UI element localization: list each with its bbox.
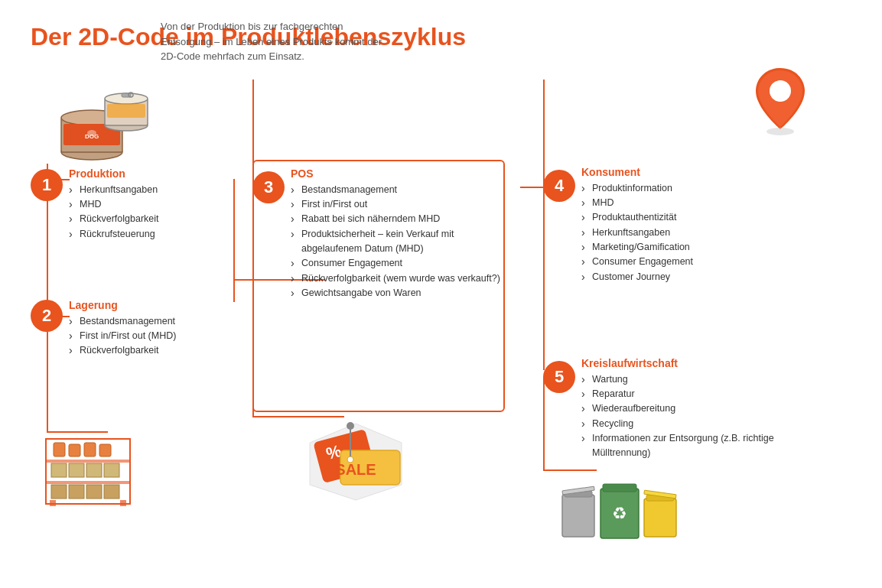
line-mid-h-bottom (252, 416, 344, 417)
svg-rect-26 (99, 444, 111, 456)
section1-list: Herkunftsangaben MHD Rückverfolgbarkeit … (69, 183, 233, 242)
food-illustration: DOG (50, 80, 157, 164)
step-5-circle: 5 (543, 361, 575, 393)
section4-title: Konsument (581, 166, 780, 178)
svg-text:♻: ♻ (612, 504, 627, 523)
right-v-top (543, 80, 545, 187)
line-v-2-down (47, 332, 48, 431)
list-item: Rückverfolgbarkeit (wem wurde was verkau… (291, 271, 513, 286)
svg-rect-18 (104, 485, 119, 499)
location-illustration (750, 64, 811, 133)
list-item: Produktsicherheit – kein Verkauf mit abg… (291, 227, 513, 257)
svg-rect-11 (107, 104, 145, 118)
line-v-mid-top (233, 179, 235, 280)
list-item: Herkunftsangaben (581, 226, 780, 240)
list-item: Recycling (581, 417, 780, 431)
svg-text:SALE: SALE (335, 461, 376, 478)
list-item: First in/First out (MHD) (69, 329, 233, 343)
main-title: Der 2D-Code im Produktlebenszyklus (31, 23, 851, 51)
section5-title: Kreislaufwirtschaft (581, 357, 780, 369)
list-item: Marketing/Gamification (581, 240, 780, 255)
sale-illustration: % SALE (298, 420, 413, 504)
section1-container: Produktion Herkunftsangaben MHD Rückverf… (69, 167, 233, 242)
sale-icon: % SALE (298, 420, 413, 504)
section1-title: Produktion (69, 167, 233, 180)
list-item: First in/First out (291, 197, 513, 212)
svg-point-36 (347, 422, 354, 430)
section5-container: Kreislaufwirtschaft Wartung Reparatur Wi… (581, 357, 780, 461)
list-item: MHD (581, 196, 780, 210)
step-2-circle: 2 (31, 300, 63, 332)
svg-rect-39 (562, 495, 594, 537)
svg-rect-15 (51, 485, 67, 499)
list-item: MHD (69, 197, 233, 212)
line-right-h-bins (543, 469, 597, 471)
list-item: Rückverfolgbarkeit (69, 343, 233, 358)
line-mid-v3 (252, 203, 254, 417)
bins-illustration: ♻ (558, 472, 681, 548)
svg-rect-42 (603, 484, 636, 492)
svg-rect-17 (86, 485, 102, 499)
location-icon (750, 64, 811, 137)
list-item: Rabatt bei sich näherndem MHD (291, 212, 513, 226)
content-area: DOG (31, 80, 851, 589)
line-v-1to2 (47, 202, 48, 301)
right-v-4to5 (543, 187, 545, 370)
col-mid: 3 POS Bestandsmanagement First in/First … (252, 80, 528, 589)
svg-rect-28 (120, 500, 126, 506)
list-item: Bestandsmanagement (69, 314, 233, 329)
svg-rect-13 (46, 460, 130, 463)
list-item: Rückverfolgbarkeit (69, 212, 233, 226)
svg-rect-16 (69, 485, 84, 499)
svg-point-37 (770, 80, 791, 102)
list-item: Bestandsmanagement (291, 183, 513, 197)
col-right: 4 Konsument Produktinformation MHD Produ… (543, 80, 819, 589)
list-item: Produktinformation (581, 181, 780, 196)
step-1-circle: 1 (31, 169, 63, 201)
list-item: Reparatur (581, 387, 780, 401)
section3-container: POS Bestandsmanagement First in/First ou… (291, 167, 513, 301)
list-item: Rückrufsteuerung (69, 227, 233, 242)
svg-rect-27 (50, 500, 56, 506)
svg-rect-19 (51, 463, 67, 477)
svg-rect-25 (84, 443, 96, 456)
line-h-l-extend (233, 279, 235, 302)
col-left: DOG (31, 80, 245, 589)
svg-rect-20 (69, 463, 84, 477)
food-icon: DOG (50, 80, 157, 164)
svg-rect-22 (104, 463, 119, 477)
step-3-circle: 3 (252, 171, 285, 203)
bins-icon: ♻ (558, 472, 681, 548)
section5-list: Wartung Reparatur Wiederaufbereitung Rec… (581, 372, 780, 461)
page: Der 2D-Code im Produktlebenszyklus Von d… (0, 0, 882, 588)
step-4-circle: 4 (543, 170, 575, 202)
svg-point-5 (87, 130, 96, 136)
shelf-icon (42, 435, 134, 508)
list-item: Consumer Engagement (581, 255, 780, 269)
list-item: Produktauthentizität (581, 210, 780, 225)
list-item: Herkunftsangaben (69, 183, 233, 197)
section3-title: POS (291, 167, 513, 180)
list-item: Wartung (581, 372, 780, 387)
right-v-5-down (543, 378, 545, 469)
section4-list: Produktinformation MHD Produktauthentizi… (581, 181, 780, 285)
line-left-h-bottom (47, 431, 108, 433)
list-item: Wiederaufbereitung (581, 401, 780, 416)
list-item: Gewichtsangabe von Waren (291, 286, 513, 300)
list-item: Customer Journey (581, 270, 780, 284)
svg-point-38 (766, 128, 794, 135)
list-item: Consumer Engagement (291, 256, 513, 271)
svg-rect-44 (644, 499, 676, 537)
svg-rect-23 (54, 443, 65, 456)
svg-rect-24 (69, 444, 80, 456)
section3-list: Bestandsmanagement First in/First out Ra… (291, 183, 513, 301)
svg-rect-21 (86, 463, 102, 477)
svg-rect-14 (46, 481, 130, 484)
shelves-illustration (42, 435, 134, 508)
section2-title: Lagerung (69, 299, 233, 311)
list-item: Informationen zur Entsorgung (z.B. richt… (581, 431, 780, 461)
section2-list: Bestandsmanagement First in/First out (M… (69, 314, 233, 359)
section4-container: Konsument Produktinformation MHD Produkt… (581, 166, 780, 285)
section2-container: Lagerung Bestandsmanagement First in/Fir… (69, 299, 233, 359)
